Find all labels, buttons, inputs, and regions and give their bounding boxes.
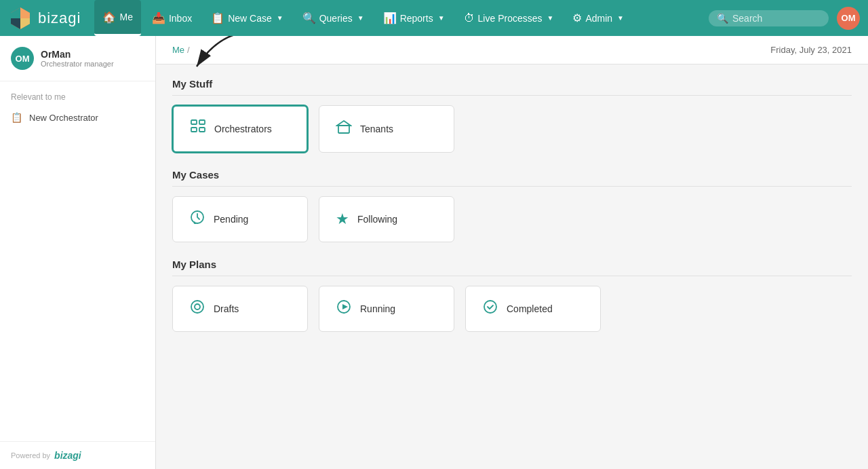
completed-label: Completed bbox=[507, 303, 553, 314]
sidebar-footer: Powered by bizagi bbox=[0, 441, 155, 469]
my-cases-cards: Pending ★ Following bbox=[172, 196, 852, 242]
my-plans-cards: Drafts Running bbox=[172, 286, 852, 332]
nav-queries[interactable]: 🔍 Queries ▼ bbox=[294, 0, 372, 36]
queries-icon: 🔍 bbox=[302, 12, 316, 24]
new-orchestrator-icon: 📋 bbox=[11, 112, 22, 123]
card-running[interactable]: Running bbox=[319, 286, 454, 332]
sidebar-user-info: OrMan Orchestrator manager bbox=[41, 49, 114, 68]
card-orchestrators[interactable]: Orchestrators bbox=[172, 105, 308, 153]
svg-point-13 bbox=[195, 304, 200, 309]
content-body: My Stuff Orchestrators bbox=[156, 64, 868, 362]
sidebar-section: Relevant to me 📋 New Orchestrator bbox=[0, 81, 155, 137]
search-icon: 🔍 bbox=[717, 13, 728, 24]
user-avatar[interactable]: OM bbox=[837, 7, 860, 30]
sidebar-section-label: Relevant to me bbox=[0, 90, 155, 106]
svg-marker-15 bbox=[342, 304, 348, 309]
nav-admin[interactable]: ⚙ Admin ▼ bbox=[564, 0, 632, 36]
main-content: Me / Friday, July 23, 2021 My Stuff bbox=[156, 36, 868, 469]
svg-marker-3 bbox=[11, 7, 20, 18]
footer-brand: bizagi bbox=[54, 450, 81, 461]
new-case-icon: 📋 bbox=[211, 12, 224, 24]
nav-live-processes[interactable]: ⏱ Live Processes ▼ bbox=[456, 0, 562, 36]
orchestrators-label: Orchestrators bbox=[214, 124, 272, 134]
my-plans-section: My Plans Drafts bbox=[172, 259, 852, 332]
svg-rect-9 bbox=[199, 128, 205, 132]
svg-marker-4 bbox=[11, 18, 20, 29]
nav-inbox[interactable]: 📥 Inbox bbox=[144, 0, 200, 36]
sidebar-item-new-orchestrator[interactable]: 📋 New Orchestrator bbox=[0, 106, 155, 129]
card-drafts[interactable]: Drafts bbox=[172, 286, 308, 332]
reports-icon: 📊 bbox=[383, 12, 397, 24]
svg-rect-8 bbox=[191, 128, 197, 132]
svg-marker-1 bbox=[20, 7, 30, 18]
svg-rect-7 bbox=[199, 120, 205, 124]
svg-point-12 bbox=[191, 301, 203, 313]
brand-name: bizagi bbox=[38, 10, 81, 27]
reports-dropdown-icon: ▼ bbox=[438, 14, 445, 22]
sidebar-user: OM OrMan Orchestrator manager bbox=[0, 36, 155, 81]
sidebar-user-name: OrMan bbox=[41, 49, 114, 60]
running-icon bbox=[336, 299, 352, 319]
pending-label: Pending bbox=[214, 214, 248, 225]
orchestrators-icon bbox=[190, 119, 206, 139]
following-star-icon: ★ bbox=[336, 210, 349, 228]
app-body: OM OrMan Orchestrator manager Relevant t… bbox=[0, 36, 868, 469]
card-tenants[interactable]: Tenants bbox=[319, 105, 454, 153]
tenants-icon bbox=[336, 119, 352, 139]
drafts-label: Drafts bbox=[214, 303, 239, 314]
pending-icon bbox=[189, 209, 205, 229]
inbox-icon: 📥 bbox=[152, 12, 165, 24]
svg-rect-10 bbox=[338, 126, 349, 133]
sidebar-avatar: OM bbox=[11, 47, 34, 70]
following-label: Following bbox=[357, 214, 397, 225]
breadcrumb-separator: / bbox=[187, 45, 190, 55]
svg-rect-6 bbox=[191, 120, 197, 124]
card-pending[interactable]: Pending bbox=[172, 196, 308, 242]
bizagi-logo-icon bbox=[8, 6, 33, 31]
breadcrumb: Me / bbox=[172, 45, 190, 55]
my-plans-title: My Plans bbox=[172, 259, 852, 276]
nav-me[interactable]: 🏠 Me bbox=[94, 0, 140, 36]
svg-point-16 bbox=[484, 301, 496, 313]
home-icon: 🏠 bbox=[102, 11, 116, 24]
nav-new-case[interactable]: 📋 New Case ▼ bbox=[203, 0, 292, 36]
powered-by-text: Powered by bbox=[11, 451, 50, 459]
running-label: Running bbox=[360, 303, 395, 314]
my-stuff-section: My Stuff Orchestrators bbox=[172, 78, 852, 153]
navbar: bizagi 🏠 Me 📥 Inbox 📋 New Case ▼ 🔍 Queri… bbox=[0, 0, 868, 36]
navbar-right: 🔍 OM bbox=[709, 7, 860, 30]
date-label: Friday, July 23, 2021 bbox=[770, 45, 852, 55]
brand-logo[interactable]: bizagi bbox=[8, 6, 81, 31]
my-cases-title: My Cases bbox=[172, 169, 852, 187]
my-stuff-cards: Orchestrators Tenants bbox=[172, 105, 852, 153]
sidebar-item-label: New Orchestrator bbox=[29, 113, 98, 123]
live-processes-dropdown-icon: ▼ bbox=[547, 14, 554, 22]
content-header: Me / Friday, July 23, 2021 bbox=[156, 36, 868, 64]
card-following[interactable]: ★ Following bbox=[319, 196, 454, 242]
svg-marker-2 bbox=[20, 18, 30, 29]
my-stuff-title: My Stuff bbox=[172, 78, 852, 96]
tenants-label: Tenants bbox=[360, 124, 393, 134]
completed-icon bbox=[482, 299, 498, 319]
drafts-icon bbox=[189, 299, 205, 319]
my-cases-section: My Cases Pending ★ bbox=[172, 169, 852, 242]
card-completed[interactable]: Completed bbox=[465, 286, 601, 332]
admin-icon: ⚙ bbox=[572, 12, 582, 24]
sidebar-user-role: Orchestrator manager bbox=[41, 60, 114, 68]
search-box[interactable]: 🔍 bbox=[709, 10, 829, 26]
sidebar: OM OrMan Orchestrator manager Relevant t… bbox=[0, 36, 156, 469]
new-case-dropdown-icon: ▼ bbox=[277, 14, 283, 22]
live-processes-icon: ⏱ bbox=[464, 12, 475, 24]
search-input[interactable] bbox=[732, 13, 821, 24]
admin-dropdown-icon: ▼ bbox=[617, 14, 624, 22]
nav-reports[interactable]: 📊 Reports ▼ bbox=[375, 0, 453, 36]
queries-dropdown-icon: ▼ bbox=[357, 14, 364, 22]
breadcrumb-parent[interactable]: Me bbox=[172, 45, 184, 55]
